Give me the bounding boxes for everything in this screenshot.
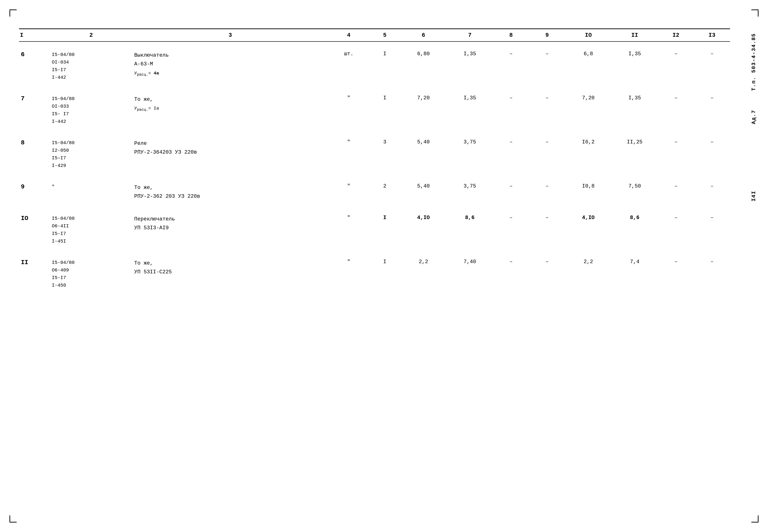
row-10-col6: 4,IO [400, 212, 447, 247]
row-9-col10: I0,8 [565, 181, 611, 203]
row-6-col7: I,35 [447, 49, 493, 83]
row-10-col12: – [658, 212, 694, 247]
row-10-col7: 8,6 [447, 212, 493, 247]
row-10-col11: 8,6 [612, 212, 658, 247]
row-6-col10: 6,8 [565, 49, 611, 83]
row-7-col6: 7,20 [400, 93, 447, 127]
row-11-col12: – [658, 257, 694, 291]
row-8-col7: 3,75 [447, 137, 493, 171]
row-8-name: РелеРПУ-2-364203 УЗ 220в [132, 137, 328, 171]
header-col-2: 2 [50, 29, 132, 42]
row-8-col11: II,25 [612, 137, 658, 171]
row-9-num: 9 [19, 181, 50, 203]
row-11-col13: – [694, 257, 730, 291]
row-11-col8: – [493, 257, 529, 291]
row-6-col8: – [493, 49, 529, 83]
row-10-unit: " [328, 212, 370, 247]
row-9-col12: – [658, 181, 694, 203]
row-6-name: ВыключательА-63-М Урасц.= 4а [132, 49, 328, 83]
row-11-unit: " [328, 257, 370, 291]
header-col-10: IO [565, 29, 611, 42]
row-8-col10: I6,2 [565, 137, 611, 171]
row-9-col7: 3,75 [447, 181, 493, 203]
row-9-name: То же,РПУ-2-362 203 УЗ 220в [132, 181, 328, 203]
corner-bracket-tr [751, 9, 759, 17]
row-6-col9: – [529, 49, 565, 83]
sheet-number: Ад.7 [751, 110, 757, 124]
row-9-refs: " [50, 181, 132, 203]
row-8-num: 8 [19, 137, 50, 171]
spacer-row [19, 83, 730, 93]
row-7-name: То же, Урасц.= Iа [132, 93, 328, 127]
table-row: 6 I5-04/80ОI-034I5-I7I-442 ВыключательА-… [19, 49, 730, 83]
spacer-row [19, 41, 730, 49]
row-11-refs: I5-04/80О6-409I5-I7I-450 [50, 257, 132, 291]
spacer-row [19, 247, 730, 257]
row-8-unit: " [328, 137, 370, 171]
row-9-col11: 7,50 [612, 181, 658, 203]
row-10-col8: – [493, 212, 529, 247]
row-10-refs: I5-04/80О6-4III5-I7I-45I [50, 212, 132, 247]
row-9-col13: – [694, 181, 730, 203]
row-11-qty: I [369, 257, 400, 291]
row-7-refs: I5-04/80ОI-033I5- I7I-442 [50, 93, 132, 127]
data-table: I 2 3 4 5 6 7 8 9 IO II I2 I3 [19, 28, 730, 291]
row-8-qty: 3 [369, 137, 400, 171]
corner-bracket-tl [9, 9, 17, 17]
page: Т.п. 503-4-34.85 Ад.7 I4I I 2 3 4 5 6 7 … [0, 0, 768, 532]
table-header-row: I 2 3 4 5 6 7 8 9 IO II I2 I3 [19, 29, 730, 42]
row-9-unit: " [328, 181, 370, 203]
row-10-name: ПереключательУП 53I3-AI9 [132, 212, 328, 247]
row-8-refs: I5-04/80I2-050I5–I7I-429 [50, 137, 132, 171]
header-col-11: II [612, 29, 658, 42]
header-col-9: 9 [529, 29, 565, 42]
main-content: I 2 3 4 5 6 7 8 9 IO II I2 I3 [14, 24, 735, 296]
row-11-name: То же,УП 53II-С225 [132, 257, 328, 291]
row-11-col9: – [529, 257, 565, 291]
row-7-col7: I,35 [447, 93, 493, 127]
row-8-col8: – [493, 137, 529, 171]
header-col-12: I2 [658, 29, 694, 42]
row-11-col11: 7,4 [612, 257, 658, 291]
row-8-col13: – [694, 137, 730, 171]
row-8-col12: – [658, 137, 694, 171]
row-8-col9: – [529, 137, 565, 171]
header-col-13: I3 [694, 29, 730, 42]
table-row: II I5-04/80О6-409I5-I7I-450 То же,УП 53I… [19, 257, 730, 291]
header-col-1: I [19, 29, 50, 42]
right-margin: Т.п. 503-4-34.85 Ад.7 I4I [740, 19, 768, 517]
row-6-qty: I [369, 49, 400, 83]
table-row: IO I5-04/80О6-4III5-I7I-45I Переключател… [19, 212, 730, 247]
row-7-num: 7 [19, 93, 50, 127]
row-7-col13: – [694, 93, 730, 127]
row-8-col6: 5,40 [400, 137, 447, 171]
row-9-col9: – [529, 181, 565, 203]
row-10-qty: I [369, 212, 400, 247]
doc-number: Т.п. 503-4-34.85 [751, 33, 757, 91]
row-11-col10: 2,2 [565, 257, 611, 291]
row-7-col8: – [493, 93, 529, 127]
row-6-col13: – [694, 49, 730, 83]
header-col-8: 8 [493, 29, 529, 42]
header-col-5: 5 [369, 29, 400, 42]
table-row: 9 " То же,РПУ-2-362 203 УЗ 220в " 2 5,40… [19, 181, 730, 203]
row-9-qty: 2 [369, 181, 400, 203]
row-6-refs: I5-04/80ОI-034I5-I7I-442 [50, 49, 132, 83]
page-number: I4I [751, 191, 757, 202]
row-6-col11: I,35 [612, 49, 658, 83]
header-col-6: 6 [400, 29, 447, 42]
row-10-col10: 4,IO [565, 212, 611, 247]
row-11-col6: 2,2 [400, 257, 447, 291]
spacer-row [19, 127, 730, 137]
header-col-4: 4 [328, 29, 370, 42]
row-7-col12: – [658, 93, 694, 127]
row-11-num: II [19, 257, 50, 291]
spacer-row [19, 171, 730, 181]
table-row: 8 I5-04/80I2-050I5–I7I-429 РелеРПУ-2-364… [19, 137, 730, 171]
table-row: 7 I5-04/80ОI-033I5- I7I-442 То же, Урасц… [19, 93, 730, 127]
row-6-col6: 6,80 [400, 49, 447, 83]
row-7-unit: " [328, 93, 370, 127]
row-9-col6: 5,40 [400, 181, 447, 203]
row-6-num: 6 [19, 49, 50, 83]
corner-bracket-bl [9, 515, 17, 523]
